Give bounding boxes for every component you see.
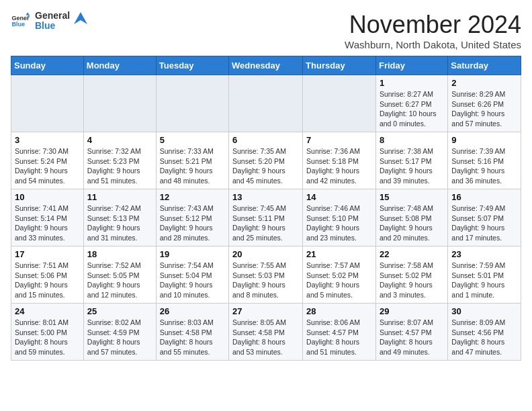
calendar-cell: 24Sunrise: 8:01 AMSunset: 5:00 PMDayligh… <box>11 304 84 361</box>
day-number: 2 <box>451 78 517 88</box>
calendar-cell: 26Sunrise: 8:03 AMSunset: 4:58 PMDayligh… <box>156 304 228 361</box>
logo: General Blue General Blue <box>11 11 87 32</box>
calendar-cell: 5Sunrise: 7:33 AMSunset: 5:21 PMDaylight… <box>156 132 228 189</box>
day-number: 16 <box>451 192 517 202</box>
calendar-cell: 15Sunrise: 7:48 AMSunset: 5:08 PMDayligh… <box>375 189 447 246</box>
calendar-week-1: 1Sunrise: 8:27 AMSunset: 6:27 PMDaylight… <box>11 75 521 132</box>
calendar-cell: 16Sunrise: 7:49 AMSunset: 5:07 PMDayligh… <box>448 189 521 246</box>
day-info: Sunrise: 7:57 AMSunset: 5:02 PMDaylight:… <box>306 261 372 300</box>
day-info: Sunrise: 8:07 AMSunset: 4:57 PMDaylight:… <box>380 318 444 357</box>
day-info: Sunrise: 7:32 AMSunset: 5:23 PMDaylight:… <box>87 146 152 186</box>
calendar-cell <box>83 75 156 132</box>
day-info: Sunrise: 7:30 AMSunset: 5:24 PMDaylight:… <box>15 146 80 186</box>
calendar-cell <box>11 75 84 132</box>
day-number: 20 <box>232 249 299 259</box>
calendar-cell: 27Sunrise: 8:05 AMSunset: 4:58 PMDayligh… <box>229 304 303 361</box>
day-number: 15 <box>380 192 444 202</box>
day-number: 30 <box>451 306 517 316</box>
svg-text:General: General <box>11 15 30 21</box>
calendar-cell: 8Sunrise: 7:38 AMSunset: 5:17 PMDaylight… <box>375 132 447 189</box>
day-info: Sunrise: 7:43 AMSunset: 5:12 PMDaylight:… <box>160 203 225 243</box>
day-info: Sunrise: 8:09 AMSunset: 4:56 PMDaylight:… <box>451 318 517 357</box>
day-info: Sunrise: 7:48 AMSunset: 5:08 PMDaylight:… <box>380 203 444 243</box>
day-header-sunday: Sunday <box>11 56 84 75</box>
calendar-week-3: 10Sunrise: 7:41 AMSunset: 5:14 PMDayligh… <box>11 189 521 246</box>
calendar-cell: 21Sunrise: 7:57 AMSunset: 5:02 PMDayligh… <box>303 246 376 304</box>
calendar-cell: 7Sunrise: 7:36 AMSunset: 5:18 PMDaylight… <box>303 132 376 189</box>
calendar-cell: 25Sunrise: 8:02 AMSunset: 4:59 PMDayligh… <box>83 304 156 361</box>
day-info: Sunrise: 7:52 AMSunset: 5:05 PMDaylight:… <box>87 261 152 300</box>
calendar-cell: 20Sunrise: 7:55 AMSunset: 5:03 PMDayligh… <box>229 246 303 304</box>
day-info: Sunrise: 7:54 AMSunset: 5:04 PMDaylight:… <box>160 261 225 300</box>
day-number: 18 <box>87 249 152 259</box>
calendar-cell: 6Sunrise: 7:35 AMSunset: 5:20 PMDaylight… <box>229 132 303 189</box>
day-info: Sunrise: 7:49 AMSunset: 5:07 PMDaylight:… <box>451 203 517 243</box>
logo-icon: General Blue <box>11 11 30 30</box>
calendar-cell: 14Sunrise: 7:46 AMSunset: 5:10 PMDayligh… <box>303 189 376 246</box>
calendar-cell: 11Sunrise: 7:42 AMSunset: 5:13 PMDayligh… <box>83 189 156 246</box>
day-info: Sunrise: 7:38 AMSunset: 5:17 PMDaylight:… <box>380 146 444 186</box>
day-header-tuesday: Tuesday <box>156 56 228 75</box>
day-number: 25 <box>87 306 152 316</box>
day-info: Sunrise: 7:46 AMSunset: 5:10 PMDaylight:… <box>306 203 372 243</box>
calendar-cell: 10Sunrise: 7:41 AMSunset: 5:14 PMDayligh… <box>11 189 84 246</box>
day-info: Sunrise: 7:33 AMSunset: 5:21 PMDaylight:… <box>160 146 225 186</box>
day-number: 4 <box>87 135 152 145</box>
day-info: Sunrise: 7:58 AMSunset: 5:02 PMDaylight:… <box>380 261 444 300</box>
calendar-cell: 13Sunrise: 7:45 AMSunset: 5:11 PMDayligh… <box>229 189 303 246</box>
day-info: Sunrise: 8:01 AMSunset: 5:00 PMDaylight:… <box>15 318 80 357</box>
day-info: Sunrise: 7:39 AMSunset: 5:16 PMDaylight:… <box>451 146 517 186</box>
day-number: 17 <box>15 249 80 259</box>
day-info: Sunrise: 8:05 AMSunset: 4:58 PMDaylight:… <box>232 318 299 357</box>
calendar-cell: 4Sunrise: 7:32 AMSunset: 5:23 PMDaylight… <box>83 132 156 189</box>
day-number: 7 <box>306 135 372 145</box>
calendar-week-4: 17Sunrise: 7:51 AMSunset: 5:06 PMDayligh… <box>11 246 521 304</box>
logo-line2: Blue <box>35 21 70 31</box>
day-info: Sunrise: 7:36 AMSunset: 5:18 PMDaylight:… <box>306 146 372 186</box>
day-number: 3 <box>15 135 80 145</box>
calendar-cell <box>229 75 303 132</box>
day-header-friday: Friday <box>375 56 447 75</box>
day-number: 6 <box>232 135 299 145</box>
day-number: 22 <box>380 249 444 259</box>
calendar-week-2: 3Sunrise: 7:30 AMSunset: 5:24 PMDaylight… <box>11 132 521 189</box>
day-info: Sunrise: 8:03 AMSunset: 4:58 PMDaylight:… <box>160 318 225 357</box>
calendar-cell: 22Sunrise: 7:58 AMSunset: 5:02 PMDayligh… <box>375 246 447 304</box>
day-number: 29 <box>380 306 444 316</box>
calendar-week-5: 24Sunrise: 8:01 AMSunset: 5:00 PMDayligh… <box>11 304 521 361</box>
calendar-cell: 1Sunrise: 8:27 AMSunset: 6:27 PMDaylight… <box>375 75 447 132</box>
day-number: 14 <box>306 192 372 202</box>
calendar-cell: 29Sunrise: 8:07 AMSunset: 4:57 PMDayligh… <box>375 304 447 361</box>
calendar-cell: 3Sunrise: 7:30 AMSunset: 5:24 PMDaylight… <box>11 132 84 189</box>
day-number: 24 <box>15 306 80 316</box>
calendar-cell: 18Sunrise: 7:52 AMSunset: 5:05 PMDayligh… <box>83 246 156 304</box>
day-number: 27 <box>232 306 299 316</box>
calendar-cell: 2Sunrise: 8:29 AMSunset: 6:26 PMDaylight… <box>448 75 521 132</box>
svg-marker-4 <box>74 12 87 24</box>
day-number: 11 <box>87 192 152 202</box>
day-info: Sunrise: 7:55 AMSunset: 5:03 PMDaylight:… <box>232 261 299 300</box>
calendar-cell <box>156 75 228 132</box>
day-header-monday: Monday <box>83 56 156 75</box>
day-info: Sunrise: 7:59 AMSunset: 5:01 PMDaylight:… <box>451 261 517 300</box>
logo-line1: General <box>35 11 70 21</box>
page-title: November 2024 <box>345 11 521 39</box>
calendar-cell: 23Sunrise: 7:59 AMSunset: 5:01 PMDayligh… <box>448 246 521 304</box>
day-number: 23 <box>451 249 517 259</box>
day-header-wednesday: Wednesday <box>229 56 303 75</box>
day-number: 1 <box>380 78 444 88</box>
page-subtitle: Washburn, North Dakota, United States <box>345 39 521 50</box>
calendar-cell <box>303 75 376 132</box>
day-info: Sunrise: 8:27 AMSunset: 6:27 PMDaylight:… <box>380 89 444 129</box>
calendar-table: SundayMondayTuesdayWednesdayThursdayFrid… <box>11 56 521 361</box>
day-info: Sunrise: 7:41 AMSunset: 5:14 PMDaylight:… <box>15 203 80 243</box>
title-section: November 2024 Washburn, North Dakota, Un… <box>345 11 521 50</box>
calendar-cell: 17Sunrise: 7:51 AMSunset: 5:06 PMDayligh… <box>11 246 84 304</box>
day-number: 26 <box>160 306 225 316</box>
calendar-cell: 30Sunrise: 8:09 AMSunset: 4:56 PMDayligh… <box>448 304 521 361</box>
calendar-cell: 12Sunrise: 7:43 AMSunset: 5:12 PMDayligh… <box>156 189 228 246</box>
day-info: Sunrise: 8:29 AMSunset: 6:26 PMDaylight:… <box>451 89 517 129</box>
day-number: 5 <box>160 135 225 145</box>
day-info: Sunrise: 8:06 AMSunset: 4:57 PMDaylight:… <box>306 318 372 357</box>
day-number: 28 <box>306 306 372 316</box>
